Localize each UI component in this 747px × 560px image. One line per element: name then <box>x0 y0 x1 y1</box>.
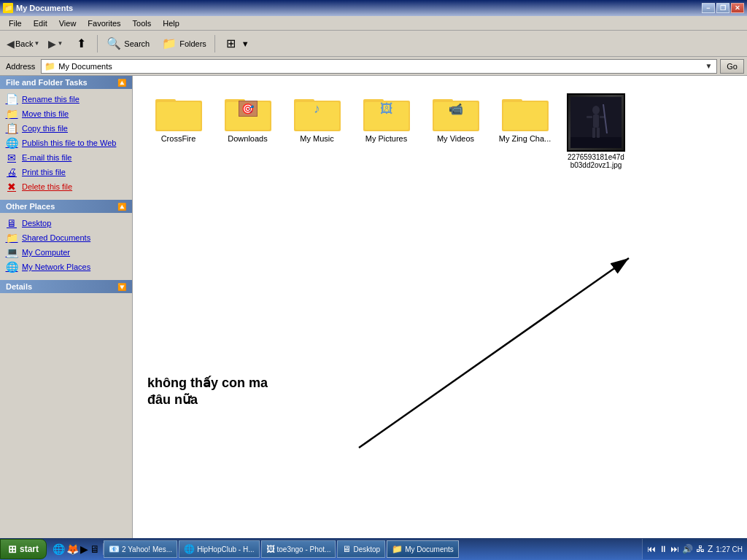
forward-arrow-icon: ▶ <box>48 38 56 50</box>
address-label: Address <box>3 62 38 71</box>
network-places-item[interactable]: 🌐 My Network Places <box>0 260 132 274</box>
menu-edit[interactable]: Edit <box>28 18 53 29</box>
show-desktop-icon[interactable]: 🖥 <box>90 543 100 555</box>
views-dropdown-icon: ▼ <box>241 39 249 48</box>
forward-dropdown-icon: ▼ <box>57 40 63 47</box>
my-zing-label: My Zing Cha... <box>499 134 551 143</box>
tray-volume-icon[interactable]: 🔊 <box>682 544 693 554</box>
start-button[interactable]: ⊞ start <box>0 539 47 559</box>
publish-file-item[interactable]: 🌐 Publish this file to the Web <box>0 136 132 150</box>
rename-label: Rename this file <box>22 95 80 104</box>
up-button[interactable]: ⬆ <box>68 33 94 55</box>
views-button[interactable]: ⊞ ▼ <box>218 33 255 55</box>
shared-docs-label: Shared Documents <box>22 233 90 242</box>
menu-file[interactable]: File <box>3 18 28 29</box>
copy-icon: 📋 <box>6 122 18 134</box>
up-folder-icon: ⬆ <box>73 36 89 52</box>
taskbar-item-desktop[interactable]: 🖥 Desktop <box>337 540 385 558</box>
print-file-item[interactable]: 🖨 Print this file <box>0 165 132 179</box>
go-button[interactable]: Go <box>720 59 744 74</box>
svg-line-28 <box>359 258 629 448</box>
taskbar-items: 📧 2 Yahoo! Mes... 🌐 HipHopClub - H... 🖼 … <box>104 540 642 558</box>
search-label: Search <box>124 39 150 48</box>
menu-favorites[interactable]: Favorites <box>82 18 126 29</box>
tray-media-icon[interactable]: ⏮ <box>647 544 656 554</box>
search-icon: 🔍 <box>106 36 122 52</box>
back-button[interactable]: ◀ Back ▼ <box>3 35 43 52</box>
annotation-line2: đâu nữa <box>147 392 268 408</box>
menu-help[interactable]: Help <box>157 18 185 29</box>
my-computer-item[interactable]: 💻 My Computer <box>0 245 132 260</box>
file-folder-tasks-header[interactable]: File and Folder Tasks 🔼 <box>0 76 132 89</box>
details-header[interactable]: Details 🔽 <box>0 280 132 293</box>
firefox-icon[interactable]: 🦊 <box>66 543 79 555</box>
move-icon: 📁 <box>6 108 18 120</box>
system-tray: ⏮ ⏸ ⏭ 🔊 🖧 Z 1:27 CH <box>642 539 747 559</box>
network-label: My Network Places <box>22 262 90 271</box>
mydocs-taskbar-label: My Documents <box>405 545 454 553</box>
tray-next-icon[interactable]: ⏭ <box>670 544 679 554</box>
taskbar-item-yahoo[interactable]: 📧 2 Yahoo! Mes... <box>104 540 177 558</box>
crossfire-folder-icon <box>155 93 202 133</box>
folder-crossfire[interactable]: CrossFire <box>147 90 209 146</box>
details-chevron-icon: 🔽 <box>117 283 126 291</box>
delete-icon: ✖ <box>6 181 18 192</box>
publish-label: Publish this file to the Web <box>22 139 116 147</box>
hiphop-taskbar-label: HipHopClub - H... <box>197 545 254 553</box>
menu-view[interactable]: View <box>53 18 82 29</box>
title-bar: 📁 My Documents − ❐ ✕ <box>0 0 747 16</box>
email-icon: ✉ <box>6 152 18 163</box>
folder-my-music[interactable]: ♪ My Music <box>286 90 348 146</box>
details-section: Details 🔽 <box>0 280 132 293</box>
email-file-item[interactable]: ✉ E-mail this file <box>0 150 132 165</box>
folder-downloads[interactable]: 🎯 Downloads <box>217 90 279 146</box>
taskbar-item-hiphop[interactable]: 🌐 HipHopClub - H... <box>179 540 259 558</box>
folders-button[interactable]: 📁 Folders <box>156 33 212 55</box>
folder-my-zing[interactable]: My Zing Cha... <box>494 90 556 146</box>
move-file-item[interactable]: 📁 Move this file <box>0 106 132 121</box>
shared-docs-icon: 📁 <box>6 232 18 244</box>
rename-file-item[interactable]: 📄 Rename this file <box>0 92 132 106</box>
address-input[interactable] <box>58 62 703 71</box>
window-title: My Documents <box>16 4 73 12</box>
svg-rect-25 <box>592 128 595 138</box>
other-places-header[interactable]: Other Places 🔼 <box>0 200 132 213</box>
folders-icon: 📁 <box>161 36 177 52</box>
media-icon[interactable]: ▶ <box>80 543 88 555</box>
move-label: Move this file <box>22 109 69 118</box>
annotation-text: không thấy con ma đâu nữa <box>147 375 268 409</box>
yahoo-taskbar-icon: 📧 <box>109 544 120 554</box>
taskbar-item-mydocs[interactable]: 📁 My Documents <box>387 540 459 558</box>
folder-my-videos[interactable]: 📹 My Videos <box>425 90 487 146</box>
menu-tools[interactable]: Tools <box>127 18 158 29</box>
image-file-item[interactable]: 2276593181e47db03dd2ovz1.jpg <box>563 90 629 172</box>
tray-zing-icon[interactable]: Z <box>708 544 713 554</box>
my-pictures-label: My Pictures <box>365 134 407 143</box>
address-dropdown-icon[interactable]: ▼ <box>703 62 713 70</box>
annotation-container: không thấy con ma đâu nữa <box>133 185 747 477</box>
svg-rect-23 <box>587 116 592 118</box>
copy-file-item[interactable]: 📋 Copy this file <box>0 121 132 136</box>
address-folder-icon: 📁 <box>44 61 55 71</box>
svg-rect-26 <box>597 128 600 138</box>
address-bar: Address 📁 ▼ Go <box>0 57 747 76</box>
restore-button[interactable]: ❐ <box>716 3 729 13</box>
forward-button[interactable]: ▶ ▼ <box>44 35 66 52</box>
taskbar-item-photo[interactable]: 🖼 toe3ngo - Phot... <box>261 540 336 558</box>
ie-icon[interactable]: 🌐 <box>53 543 65 555</box>
folder-my-pictures[interactable]: 🖼 My Pictures <box>355 90 417 146</box>
delete-file-item[interactable]: ✖ Delete this file <box>0 179 132 194</box>
tray-network-icon[interactable]: 🖧 <box>696 544 705 554</box>
rename-icon: 📄 <box>6 93 18 105</box>
toolbar-separator-1 <box>97 35 98 52</box>
search-button[interactable]: 🔍 Search <box>101 33 155 55</box>
delete-label: Delete this file <box>22 182 72 191</box>
minimize-button[interactable]: − <box>702 3 715 13</box>
back-dropdown-icon: ▼ <box>34 40 39 47</box>
tray-play-icon[interactable]: ⏸ <box>659 544 667 554</box>
close-button[interactable]: ✕ <box>731 3 744 13</box>
desktop-item[interactable]: 🖥 Desktop <box>0 216 132 230</box>
my-music-label: My Music <box>300 134 333 143</box>
shared-docs-item[interactable]: 📁 Shared Documents <box>0 230 132 245</box>
my-music-folder-icon: ♪ <box>294 93 341 133</box>
